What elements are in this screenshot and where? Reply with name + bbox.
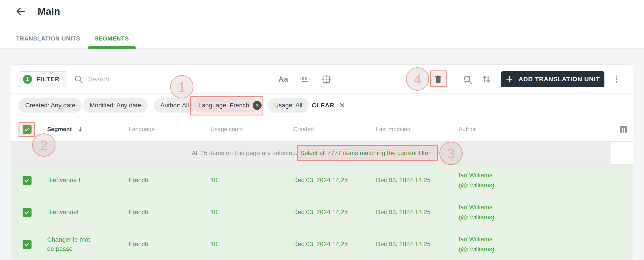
clear-filters-label: CLEAR [312, 102, 334, 109]
whole-word-button[interactable] [298, 71, 311, 87]
row-checkbox[interactable] [22, 240, 32, 249]
cell-language: French [117, 240, 199, 249]
search-input[interactable] [88, 75, 204, 83]
cell-created: Dec 03, 2024 14:25 [282, 208, 364, 217]
sort-arrows-icon [481, 74, 492, 84]
plus-icon [505, 75, 514, 84]
row-checkbox-cell [11, 240, 36, 249]
sort-button[interactable] [480, 71, 492, 87]
columns-settings-icon[interactable] [619, 125, 628, 134]
cell-created: Dec 03, 2024 14:25 [282, 240, 364, 249]
select-all-checkbox[interactable] [22, 125, 32, 134]
delete-selected-button[interactable] [432, 71, 444, 87]
clear-filters-button[interactable]: CLEAR [312, 98, 346, 113]
author-handle: (@i.williams) [459, 180, 601, 190]
filter-button[interactable]: 1 FILTER [18, 71, 67, 87]
selection-banner-main: All 25 items on this page are selected. … [11, 142, 611, 164]
filter-chips-row: Created: Any date Modified: Any date Aut… [11, 94, 633, 117]
toolbar: 1 FILTER Aa [11, 65, 633, 94]
author-name: Ian Williams [459, 234, 601, 244]
regex-frame-button[interactable] [320, 71, 332, 87]
regex-frame-icon [321, 74, 332, 84]
cell-author: Ian Williams (@i.williams) [447, 170, 601, 190]
close-icon [255, 103, 260, 108]
whole-word-icon [299, 75, 310, 84]
active-tab-underline [88, 46, 136, 49]
row-checkbox-cell [11, 176, 36, 185]
title-row: Main [15, 6, 60, 17]
column-header-language[interactable]: Language [117, 126, 199, 133]
table-header-row: Segment Language Usage count Created Las… [11, 117, 633, 142]
selection-banner-side [611, 142, 633, 164]
cell-last-modified: Dec 03, 2024 14:25 [364, 176, 447, 185]
filter-count-badge: 1 [23, 75, 32, 84]
chip-author-label: Author: All [160, 102, 189, 109]
check-icon [24, 177, 30, 184]
table-row[interactable]: Bienvenue! French 10 Dec 03, 2024 14:25 … [11, 196, 633, 228]
author-name: Ian Williams [459, 170, 601, 180]
table-row[interactable]: Changer le mot de passe French 10 Dec 03… [11, 228, 633, 260]
column-header-segment-label: Segment [47, 126, 72, 133]
cell-last-modified: Dec 03, 2024 14:25 [364, 208, 447, 217]
row-checkbox[interactable] [22, 208, 32, 217]
match-case-button[interactable]: Aa [277, 71, 290, 87]
chip-modified[interactable]: Modified: Any date [83, 98, 148, 113]
column-header-segment[interactable]: Segment [36, 126, 117, 133]
segments-card: 1 FILTER Aa [11, 65, 633, 260]
chip-author[interactable]: Author: All [154, 98, 196, 113]
chip-language-remove-button[interactable] [253, 101, 262, 110]
back-button[interactable] [15, 6, 26, 17]
selection-banner-text: All 25 items on this page are selected. [192, 149, 298, 157]
match-case-icon: Aa [278, 75, 288, 84]
search-field [74, 71, 204, 87]
chip-created[interactable]: Created: Any date [18, 98, 82, 113]
chip-language[interactable]: Language: French [192, 98, 260, 113]
row-checkbox-cell [11, 208, 36, 217]
author-handle: (@i.williams) [459, 244, 601, 254]
cell-usage-count: 10 [199, 208, 282, 217]
cell-created: Dec 03, 2024 14:25 [282, 176, 364, 185]
tab-translation-units-label: TRANSLATION UNITS [16, 35, 80, 42]
arrow-left-icon [16, 6, 26, 17]
author-handle: (@i.williams) [459, 212, 601, 222]
search-replace-icon [462, 74, 472, 84]
select-all-matching-link[interactable]: Select all 7777 items matching the curre… [300, 149, 430, 157]
chip-created-label: Created: Any date [25, 102, 75, 109]
top-bar: Main TRANSLATION UNITS SEGMENTS [0, 0, 644, 49]
add-translation-unit-label: ADD TRANSLATION UNIT [518, 76, 600, 83]
chip-modified-label: Modified: Any date [90, 102, 141, 109]
check-icon [24, 126, 30, 133]
check-icon [24, 241, 30, 248]
cell-language: French [117, 176, 199, 185]
table-row[interactable]: Bienvenue ! French 10 Dec 03, 2024 14:25… [11, 164, 633, 196]
chip-usage[interactable]: Usage: All [268, 98, 309, 113]
kebab-menu-icon [612, 74, 622, 84]
cell-segment: Changer le mot de passe [36, 235, 98, 253]
cell-segment: Bienvenue! [36, 208, 98, 217]
column-header-usage-count[interactable]: Usage count [199, 126, 282, 133]
tab-segments[interactable]: SEGMENTS [94, 35, 129, 48]
trash-icon [433, 74, 443, 84]
column-header-author[interactable]: Author [447, 126, 601, 133]
selection-banner: All 25 items on this page are selected. … [11, 142, 633, 164]
search-icon [74, 75, 84, 84]
cell-language: French [117, 208, 199, 217]
cell-segment: Bienvenue ! [36, 176, 98, 185]
cell-author: Ian Williams (@i.williams) [447, 202, 601, 222]
cell-usage-count: 10 [199, 240, 282, 249]
tab-translation-units[interactable]: TRANSLATION UNITS [16, 35, 80, 48]
cell-usage-count: 10 [199, 176, 282, 185]
column-header-created[interactable]: Created [282, 126, 364, 133]
column-settings-cell [601, 125, 633, 134]
check-icon [24, 209, 30, 216]
sort-descending-icon [77, 126, 84, 132]
column-header-last-modified[interactable]: Last modified [364, 126, 447, 133]
add-translation-unit-button[interactable]: ADD TRANSLATION UNIT [501, 71, 604, 87]
row-checkbox[interactable] [22, 176, 32, 185]
cell-last-modified: Dec 03, 2024 14:25 [364, 240, 447, 249]
chip-language-label: Language: French [198, 102, 249, 109]
search-replace-button[interactable] [461, 71, 474, 87]
cell-author: Ian Williams (@i.williams) [447, 234, 601, 254]
more-options-button[interactable] [610, 71, 623, 87]
page-title: Main [38, 6, 60, 17]
